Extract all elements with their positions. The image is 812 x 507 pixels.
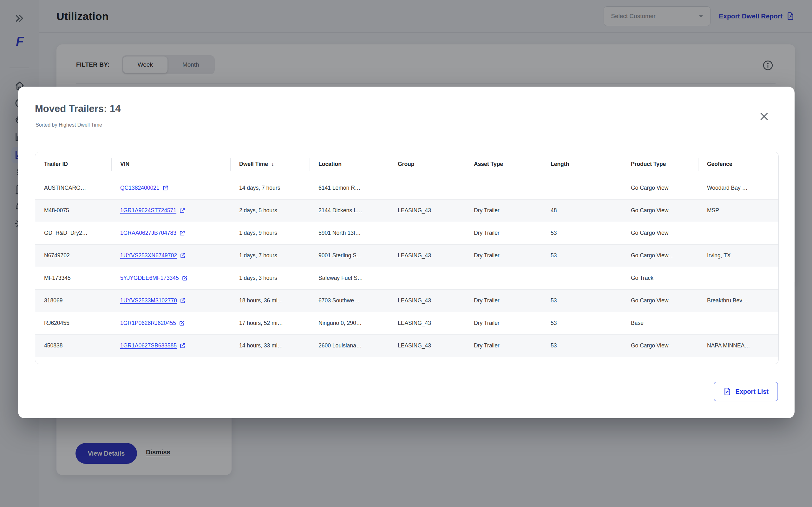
column-header-vin[interactable]: VIN	[111, 152, 230, 177]
cell-location: 2600 Louisiana…	[310, 334, 389, 357]
modal-subtitle: Sorted by Highest Dwell Time	[36, 122, 102, 128]
cell-asset_type: Dry Trailer	[465, 244, 542, 267]
cell-trailer_id: N6749702	[35, 244, 111, 267]
cell-geofence: Breakthru Bev…	[698, 289, 778, 312]
column-header-dwell-time[interactable]: Dwell Time↓	[230, 152, 310, 177]
cell-location: Ninguno 0, 290…	[310, 312, 389, 334]
cell-location: 2144 Dickens L…	[310, 199, 389, 222]
cell-vin: 1UYVS253XN6749702	[111, 244, 230, 267]
table-row: AUSTINCARG…QC138240002114 days, 7 hours6…	[35, 177, 778, 199]
cell-geofence: Woodard Bay …	[698, 177, 778, 199]
cell-trailer_id: GD_R&D_Dry2…	[35, 222, 111, 244]
cell-product_type: Go Cargo View	[622, 289, 698, 312]
cell-product_type: Go Cargo View	[622, 222, 698, 244]
external-link-icon	[180, 343, 186, 349]
cell-trailer_id: RJ620455	[35, 312, 111, 334]
cell-trailer_id: M48-0075	[35, 199, 111, 222]
cell-product_type: Go Cargo View	[622, 199, 698, 222]
vin-link[interactable]: QC1382400021	[120, 185, 169, 191]
cell-product_type: Base	[622, 312, 698, 334]
external-link-icon	[163, 185, 169, 191]
column-header-trailer-id[interactable]: Trailer ID	[35, 152, 111, 177]
cell-group: LEASING_43	[389, 312, 465, 334]
table-row: N67497021UYVS253XN67497021 days, 7 hours…	[35, 244, 778, 267]
cell-dwell: 1 days, 7 hours	[230, 244, 310, 267]
cell-asset_type: Dry Trailer	[465, 312, 542, 334]
cell-product_type: Go Cargo View	[622, 334, 698, 357]
column-header-length[interactable]: Length	[542, 152, 622, 177]
modal-title: Moved Trailers: 14	[35, 103, 121, 115]
vin-link[interactable]: 5YJYGDEE6MF173345	[120, 275, 188, 281]
cell-group	[389, 267, 465, 289]
cell-product_type: Go Cargo View	[622, 177, 698, 199]
cell-length: 53	[542, 244, 622, 267]
cell-vin: 5YJYGDEE6MF173345	[111, 267, 230, 289]
cell-group	[389, 177, 465, 199]
table-row: MF1733455YJYGDEE6MF1733451 days, 3 hours…	[35, 267, 778, 289]
cell-length: 53	[542, 289, 622, 312]
cell-group	[389, 222, 465, 244]
cell-dwell: 1 days, 3 hours	[230, 267, 310, 289]
cell-location: 5901 North 13t…	[310, 222, 389, 244]
cell-asset_type: Dry Trailer	[465, 222, 542, 244]
cell-group: LEASING_43	[389, 199, 465, 222]
cell-length: 53	[542, 222, 622, 244]
cell-trailer_id: AUSTINCARG…	[35, 177, 111, 199]
vin-link[interactable]: 1GR1A0627SB633585	[120, 342, 186, 349]
table-row: 3180691UYVS2533M310277018 hours, 36 mi…6…	[35, 289, 778, 312]
cell-dwell: 17 hours, 52 mi…	[230, 312, 310, 334]
external-link-icon	[180, 252, 186, 259]
cell-trailer_id: 318069	[35, 289, 111, 312]
cell-vin: 1GRAA0627JB704783	[111, 222, 230, 244]
cell-product_type: Go Cargo View…	[622, 244, 698, 267]
cell-geofence: MSP	[698, 199, 778, 222]
cell-geofence	[698, 222, 778, 244]
cell-dwell: 1 days, 9 hours	[230, 222, 310, 244]
cell-length	[542, 177, 622, 199]
external-link-icon	[182, 275, 188, 281]
cell-group: LEASING_43	[389, 334, 465, 357]
vin-link[interactable]: 1GRAA0627JB704783	[120, 230, 185, 236]
cell-length: 48	[542, 199, 622, 222]
cell-dwell: 18 hours, 36 mi…	[230, 289, 310, 312]
cell-group: LEASING_43	[389, 289, 465, 312]
cell-dwell: 2 days, 5 hours	[230, 199, 310, 222]
vin-link[interactable]: 1GR1A9624ST724571	[120, 207, 185, 214]
moved-trailers-modal: Moved Trailers: 14 Sorted by Highest Dwe…	[18, 87, 795, 418]
cell-trailer_id: 450838	[35, 334, 111, 357]
cell-location: 6703 Southwe…	[310, 289, 389, 312]
table-row: GD_R&D_Dry2…1GRAA0627JB7047831 days, 9 h…	[35, 222, 778, 244]
cell-asset_type: Dry Trailer	[465, 199, 542, 222]
sort-desc-icon: ↓	[271, 161, 274, 167]
external-link-icon	[179, 320, 185, 326]
column-header-group[interactable]: Group	[389, 152, 465, 177]
column-header-geofence[interactable]: Geofence	[698, 152, 778, 177]
cell-group: LEASING_43	[389, 244, 465, 267]
cell-asset_type	[465, 177, 542, 199]
external-link-icon	[179, 208, 185, 214]
vin-link[interactable]: 1UYVS2533M3102770	[120, 297, 186, 304]
cell-vin: 1UYVS2533M3102770	[111, 289, 230, 312]
cell-asset_type: Dry Trailer	[465, 289, 542, 312]
table-row: RJ6204551GR1P0628RJ62045517 hours, 52 mi…	[35, 312, 778, 334]
column-header-product-type[interactable]: Product Type	[622, 152, 698, 177]
column-header-location[interactable]: Location	[310, 152, 389, 177]
column-header-asset-type[interactable]: Asset Type	[465, 152, 542, 177]
cell-vin: 1GR1A9624ST724571	[111, 199, 230, 222]
cell-length: 53	[542, 312, 622, 334]
export-list-label: Export List	[736, 388, 768, 395]
moved-trailers-table: Trailer IDVINDwell Time↓LocationGroupAss…	[35, 152, 779, 364]
external-link-icon	[179, 230, 185, 236]
cell-vin: 1GR1P0628RJ620455	[111, 312, 230, 334]
cell-dwell: 14 days, 7 hours	[230, 177, 310, 199]
close-icon[interactable]	[758, 110, 770, 123]
export-list-button[interactable]: Export List	[714, 382, 778, 401]
vin-link[interactable]: 1GR1P0628RJ620455	[120, 320, 185, 327]
cell-vin: 1GR1A0627SB633585	[111, 334, 230, 357]
cell-trailer_id: MF173345	[35, 267, 111, 289]
vin-link[interactable]: 1UYVS253XN6749702	[120, 252, 186, 259]
cell-geofence: Irving, TX	[698, 244, 778, 267]
cell-geofence: NAPA MINNEA…	[698, 334, 778, 357]
cell-asset_type	[465, 267, 542, 289]
cell-length: 53	[542, 334, 622, 357]
